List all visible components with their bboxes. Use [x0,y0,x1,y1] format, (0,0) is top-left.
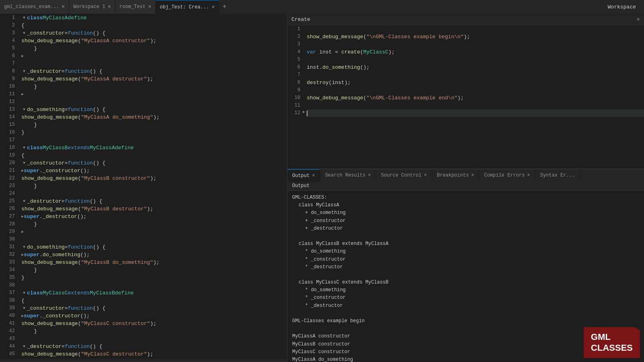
output-subtab-output[interactable]: Output [287,182,314,189]
line-num-6: 6 [0,52,15,60]
output-line [292,271,639,279]
code-line-21: ▶super._constructor(); [21,167,287,175]
code-line-26: show_debug_message("MyClassB destructor"… [21,205,287,213]
line-num-31: 31 [0,243,15,251]
fold-icon[interactable]: ▼ [21,145,27,151]
tab-room-test[interactable]: room_Test × [116,0,156,14]
panel-tab-breakpoints-close[interactable]: × [471,173,474,178]
panel-tab-syntax-label: Syntax Er... [540,173,575,178]
code-line-10: } [21,83,287,90]
code-content-left[interactable]: ▼class MyClassA define{ ▼_constructor = … [18,14,287,359]
line-num-10: 10 [0,83,15,90]
tab-gml-classes[interactable]: gml_classes_exam... × [0,0,69,14]
horizontal-scrollbar-left[interactable] [0,359,287,362]
right-code-line-5 [307,56,644,64]
panel-tab-compile-close[interactable]: × [527,173,530,178]
line-num-40: 40 [0,312,15,320]
fold-icon[interactable]: ▼ [21,15,27,21]
right-editor-area[interactable]: 123456789101112 show_debug_message("\nGM… [287,25,644,169]
code-line-42: } [21,327,287,335]
right-line-num-8: 8 [287,79,300,86]
code-line-19: { [21,152,287,159]
line-num-14: 14 [0,113,15,121]
line-num-32: 32 [0,251,15,259]
panel-tab-output-close[interactable]: × [312,173,315,179]
code-line-11: ▶ [21,90,287,98]
line-num-18: 18 [0,144,15,152]
code-line-41: show_debug_message("MyClassC constructor… [21,320,287,327]
tab-obj-test[interactable]: obj_Test: Crea... × [156,0,219,14]
right-code-block: 123456789101112 show_debug_message("\nGM… [287,25,644,169]
output-line: + _constructor [305,217,639,225]
line-num-26: 26 [0,205,15,213]
code-line-32: ▶super.do_something(); [21,251,287,259]
code-line-36 [21,282,287,289]
output-line [292,310,639,317]
panel-tab-syntax[interactable]: Syntax Er... [535,169,580,181]
tab-close-gml[interactable]: × [62,4,65,10]
right-code-line-12 [307,109,644,117]
code-line-17 [21,136,287,144]
line-num-3: 3 [0,29,15,37]
fold-icon[interactable]: ▼ [21,306,27,311]
code-line-43 [21,335,287,343]
code-line-9: show_debug_message("MyClassA destructor"… [21,75,287,83]
panel-tab-source[interactable]: Source Control × [376,169,432,181]
fold-icon[interactable]: ▼ [21,245,27,250]
line-num-15: 15 [0,121,15,129]
tab-close-obj[interactable]: × [212,4,215,10]
fold-icon[interactable]: ▼ [21,199,27,204]
create-editor: Create × 123456789101112 show_debug_mess… [287,14,644,169]
left-editor-area[interactable]: 1234567891011121314151617181920212223242… [0,14,287,359]
fold-icon[interactable]: ▼ [21,160,27,166]
code-line-28: } [21,220,287,228]
code-line-16: } [21,129,287,136]
code-line-22: show_debug_message("MyClassB constructor… [21,175,287,182]
add-tab-button[interactable]: + [219,0,230,14]
line-num-1: 1 [0,14,15,22]
create-close-button[interactable]: × [637,16,640,23]
line-num-21: 21 [0,167,15,175]
code-line-27: ▶super._destructor(); [21,213,287,220]
output-line: * _constructor [305,294,639,302]
line-num-24: 24 [0,190,15,197]
bottom-panel: Output × Search Results × Source Control… [287,169,644,362]
workspace-title: Workspace [600,0,644,14]
code-line-31: ▼do_something = function() { [21,243,287,251]
fold-icon[interactable]: ▼ [21,290,27,296]
line-num-37: 37 [0,289,15,297]
tab-close-room[interactable]: × [148,4,151,10]
line-num-43: 43 [0,335,15,343]
output-line: + do_something [305,209,639,217]
panel-tab-breakpoints[interactable]: Breakpoints × [432,169,479,181]
panel-tab-compile[interactable]: Compile Errors × [479,169,535,181]
panel-tab-source-close[interactable]: × [424,173,427,178]
line-num-36: 36 [0,282,15,289]
gml-watermark-line1: GML [591,332,633,342]
code-line-45: show_debug_message("MyClassC destructor"… [21,350,287,358]
code-editor-left: 1234567891011121314151617181920212223242… [0,14,287,359]
tab-workspace1[interactable]: Workspace 1 × [69,0,116,14]
fold-icon[interactable]: ▼ [21,107,27,113]
panel-tab-output[interactable]: Output × [287,169,320,181]
left-editor-pane: 1234567891011121314151617181920212223242… [0,14,287,362]
fold-icon[interactable]: ▼ [21,69,27,74]
output-line: * _constructor [305,256,639,263]
fold-icon[interactable]: ▼ [21,344,27,350]
tab-close-workspace[interactable]: × [107,4,111,10]
code-line-18: ▼class MyClassB extends MyClassA define [21,144,287,152]
code-line-39: ▼_constructor = function() { [21,304,287,312]
fold-icon[interactable]: ▼ [21,31,27,36]
right-code-content[interactable]: show_debug_message("\nGML-Classes exampl… [303,25,644,169]
line-num-42: 42 [0,327,15,335]
line-num-23: 23 [0,182,15,190]
code-line-40: ▶super._constructor(); [21,312,287,320]
panel-tab-search-close[interactable]: × [368,173,371,178]
code-line-4: show_debug_message("MyClassA constructor… [21,37,287,45]
line-num-44: 44 [0,343,15,350]
code-line-38: { [21,297,287,304]
code-line-15: } [21,121,287,129]
line-num-27: 27 [0,213,15,220]
panel-tab-search[interactable]: Search Results × [320,169,376,181]
code-line-2: { [21,22,287,29]
